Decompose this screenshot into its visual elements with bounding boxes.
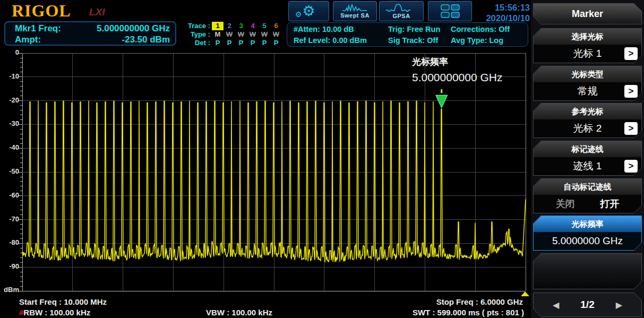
gear-small-icon: ⚙ <box>295 10 302 19</box>
chart-canvas <box>0 48 531 298</box>
y-axis-tick-label: -10 <box>0 72 19 80</box>
trace-5-type: W <box>259 30 270 39</box>
layout-grid-icon <box>440 4 460 19</box>
corrections-readout: Corrections: Off <box>451 24 510 35</box>
trace-2-button[interactable]: 2 <box>224 22 235 30</box>
softkey-marker-trace[interactable]: 标记迹线 迹线 1 > <box>533 141 642 176</box>
trace-6-button[interactable]: 6 <box>270 22 282 30</box>
det-row-label: Det : <box>181 39 210 47</box>
y-axis-tick-label: -50 <box>0 167 19 175</box>
trace-3-button[interactable]: 3 <box>235 22 247 30</box>
softkey-value: 光标 1 <box>573 47 602 61</box>
lxi-badge: LXI <box>89 6 105 18</box>
marker-triangle-icon[interactable] <box>436 95 448 108</box>
page-next-button[interactable]: ▶ <box>616 300 622 310</box>
trace-4-button[interactable]: 4 <box>247 22 259 30</box>
y-axis-tick-label: -90 <box>0 262 19 270</box>
mkr-freq-value: 5.000000000 GHz <box>97 23 170 34</box>
softkey-header: 标记迹线 <box>534 141 641 157</box>
system-clock: 15:56:13 2020/10/10 <box>466 2 530 23</box>
mkr-freq-label: Mkr1 Freq: <box>13 23 61 34</box>
toggle-off-option[interactable]: 关闭 <box>556 197 575 210</box>
softkey-auto-marker-trace[interactable]: 自动标记迹线 关闭 打开 <box>533 178 642 213</box>
trace-row-label: Trace : <box>181 22 210 30</box>
atten-readout: #Atten: 10.00 dB <box>294 24 367 35</box>
softkey-header: 选择光标 <box>534 29 641 45</box>
submenu-arrow-icon[interactable]: > <box>624 85 638 98</box>
rbw-text: RBW : 100.00 kHz <box>23 308 90 317</box>
marker-annotation-value: 5.000000000 GHz <box>412 71 502 84</box>
softkey-menu: Marker 选择光标 光标 1 > 光标类型 常规 > 参考光 <box>531 0 644 318</box>
rigol-logo: RIGOL <box>12 1 71 21</box>
rbw-readout: #RBW : 100.00 kHz <box>19 308 90 317</box>
submenu-arrow-icon[interactable]: > <box>624 122 638 135</box>
menu-title-marker: Marker <box>533 3 642 24</box>
spectrum-analyzer-screen: RIGOL LXI Mkr1 Freq: 5.000000000 GHz Amp… <box>0 0 644 318</box>
toggle-on-option[interactable]: 打开 <box>600 197 619 210</box>
settings-button[interactable]: ⚙ ⚙ <box>288 1 329 21</box>
submenu-arrow-icon[interactable]: > <box>624 160 638 173</box>
marker-readout-panel: Mkr1 Freq: 5.000000000 GHz Ampt: -23.50 … <box>4 21 176 46</box>
y-axis-tick-label: -70 <box>0 215 19 223</box>
trace-4-det: P <box>247 39 259 47</box>
softkey-empty <box>533 253 642 289</box>
gpsa-label: GPSA <box>392 13 410 19</box>
trace-5-det: P <box>259 39 270 47</box>
softkey-value: 常规 <box>578 84 598 98</box>
page-indicator: 1/2 <box>580 299 594 311</box>
trace-2-type: W <box>224 30 235 39</box>
y-axis-tick-label: 0 <box>0 48 19 56</box>
sweep-settings-panel: #Atten: 10.00 dB Ref Level: 0.00 dBm Tri… <box>287 22 528 47</box>
avg-type-readout: Avg Type: Log <box>451 35 510 46</box>
trace-4-type: W <box>247 30 259 39</box>
softkey-marker-type[interactable]: 光标类型 常规 > <box>533 66 642 101</box>
vbw-readout: VBW : 100.00 kHz <box>206 308 272 317</box>
clock-time: 15:56:13 <box>466 2 530 13</box>
trace-1-det: P <box>212 39 224 47</box>
trace-6-type: W <box>270 30 282 39</box>
sweep-position-triangle-icon <box>521 291 529 296</box>
clock-date: 2020/10/10 <box>466 13 530 23</box>
menu-title-label: Marker <box>534 4 641 24</box>
gpsa-mode-button[interactable]: GPSA <box>379 1 424 21</box>
softkey-header: 光标频率 <box>534 216 641 232</box>
stop-freq-readout: Stop Freq : 6.0000 GHz <box>436 297 523 306</box>
y-axis-tick-label: -30 <box>0 119 19 127</box>
trace-5-button[interactable]: 5 <box>259 22 270 30</box>
mkr-ampt-label: Ampt: <box>13 34 41 45</box>
trace-status-panel: Trace : 1 2 3 4 5 6 Type : M W W W W W D… <box>181 22 285 47</box>
submenu-arrow-icon[interactable]: > <box>624 47 638 60</box>
trace-3-type: W <box>235 30 247 39</box>
waveform-icon <box>341 4 369 12</box>
mkr-ampt-value: -23.50 dBm <box>122 34 170 45</box>
softkey-header: 参考光标 <box>534 104 641 119</box>
spectrum-chart: 0-10-20-30-40-50-60-70-80-90dBm 光标频率 5.0… <box>0 48 531 298</box>
y-axis-tick-label: -80 <box>0 238 19 246</box>
sig-track-readout: Sig Track: Off <box>388 35 440 46</box>
trace-2-det: P <box>224 39 235 47</box>
swept-sa-label: Swept SA <box>340 12 370 19</box>
softkey-marker-frequency[interactable]: 光标频率 5.0000000 GHz <box>533 216 642 251</box>
type-row-label: Type : <box>181 30 210 39</box>
softkey-reference-marker[interactable]: 参考光标 光标 2 > <box>533 103 642 138</box>
softkey-value: 迹线 1 <box>573 159 602 173</box>
menu-pagination: ◀ 1/2 ▶ <box>533 293 642 317</box>
softkey-select-marker[interactable]: 选择光标 光标 1 > <box>533 28 642 63</box>
y-axis-tick-label: -60 <box>0 191 19 199</box>
y-axis-tick-label: -20 <box>0 96 19 104</box>
pulse-icon <box>385 3 418 12</box>
marker-annotation-label: 光标频率 <box>412 56 448 68</box>
trace-1-button[interactable]: 1 <box>212 22 224 30</box>
y-axis-tick-label: -40 <box>0 143 19 151</box>
softkey-value: 光标 2 <box>573 122 602 135</box>
softkey-value: 5.0000000 GHz <box>552 235 623 247</box>
swept-sa-mode-button[interactable]: Swept SA <box>333 1 377 21</box>
start-freq-readout: Start Freq : 10.000 MHz <box>19 297 107 306</box>
page-prev-button[interactable]: ◀ <box>553 300 559 310</box>
softkey-header: 光标类型 <box>534 66 641 82</box>
trace-1-type: M <box>212 30 224 39</box>
window-layout-button[interactable] <box>428 1 472 21</box>
gear-icon: ⚙ <box>302 4 315 19</box>
trig-readout: Trig: Free Run <box>388 24 440 35</box>
softkey-header: 自动标记迹线 <box>534 179 641 195</box>
